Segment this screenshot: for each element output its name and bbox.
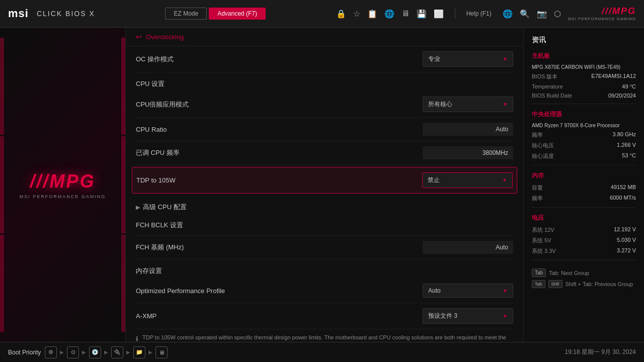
- advanced-cpu-header[interactable]: ▶ 高级 CPU 配置: [136, 196, 513, 215]
- fch-freq-value[interactable]: Auto: [423, 241, 513, 254]
- axmp-value: 预设文件 3: [428, 312, 457, 320]
- memory-settings-label: 内存设置: [136, 266, 162, 276]
- bios-version-label: BIOS 版本: [532, 73, 557, 80]
- axmp-label: A-XMP: [136, 312, 156, 320]
- fch-freq-row: FCH 基频 (MHz) Auto: [136, 236, 513, 259]
- mpg-brand: ///MPG MSI PERFORMANCE GAMING: [20, 171, 106, 199]
- oc-mode-label: OC 操作模式: [136, 55, 174, 64]
- sidebar-line-2: [0, 136, 4, 233]
- oc-mode-row: OC 操作模式 专业 ▼: [136, 46, 513, 72]
- help-button[interactable]: Help (F1): [466, 10, 492, 17]
- fch-bclk-label: FCH BCLK 设置: [136, 221, 183, 230]
- sidebar-right-line-3: [121, 235, 125, 332]
- v33-label: 系统 3.3V: [532, 247, 556, 255]
- motherboard-section-title: 主机板: [532, 52, 636, 60]
- advanced-mode-button[interactable]: Advanced (F7): [209, 8, 266, 20]
- adjusted-cpu-freq-row: 已调 CPU 频率 3800MHz: [136, 141, 513, 165]
- advanced-cpu-arrow-icon: ▶: [136, 204, 140, 211]
- voltage-section-title: 电压: [532, 214, 636, 222]
- sidebar-right-line-1: [121, 38, 125, 135]
- ez-mode-button[interactable]: EZ Mode: [165, 8, 207, 20]
- v5-row: 系统 5V 5.030 V: [532, 237, 636, 244]
- language-icon[interactable]: 🌐: [384, 9, 394, 19]
- temperature-value: 49 °C: [622, 83, 636, 89]
- v33-value: 3.272 V: [617, 247, 636, 255]
- header: msi CLICK BIOS X EZ Mode Advanced (F7) 🔒…: [0, 0, 644, 28]
- panel-divider-2: [532, 165, 636, 165]
- bios-build-value: 09/20/2024: [608, 93, 636, 99]
- boot-icon-1[interactable]: ⚙: [45, 346, 57, 358]
- boot-arrow-1: ▶: [60, 349, 64, 355]
- mpg-logo: ///MPG MSI PERFORMANCE GAMING: [568, 6, 636, 21]
- oc-mode-dropdown[interactable]: 专业 ▼: [423, 51, 513, 67]
- main-content: ↩ Overclocking OC 操作模式 专业 ▼ CPU 设置 CPU倍频…: [126, 28, 523, 342]
- cpu-section-title: 中央处理器: [532, 110, 636, 119]
- tdp-arrow-icon: ▼: [502, 177, 507, 183]
- panel-divider-1: [532, 104, 636, 104]
- search-icon[interactable]: 🔍: [520, 9, 530, 19]
- header-nav: EZ Mode Advanced (F7): [165, 8, 265, 20]
- breadcrumb: ↩ Overclocking: [126, 28, 523, 46]
- boot-icons: ⚙ ▶ ⊙ ▶ 💿 ▶ 🔌 ▶ 📁 ▶ 🖥: [45, 346, 168, 358]
- boot-icon-2[interactable]: ⊙: [67, 346, 79, 358]
- note-section: ℹ TDP to 105W control operated within sp…: [136, 329, 513, 342]
- power-icon[interactable]: ⬡: [554, 9, 561, 19]
- optimized-profile-label: Optimized Performance Profile: [136, 287, 225, 295]
- core-voltage-label: 核心电压: [532, 142, 554, 149]
- note-content: TDP to 105W control operated within spec…: [142, 333, 513, 342]
- click-bios-title: CLICK BIOS X: [37, 10, 95, 18]
- sidebar-line-1: [0, 38, 4, 135]
- chip-icon[interactable]: ⬜: [434, 9, 444, 19]
- favorite-icon[interactable]: ☆: [353, 9, 360, 19]
- storage-icon[interactable]: 💾: [417, 9, 427, 19]
- cpu-settings-header: CPU 设置: [136, 72, 513, 92]
- msi-logo: msi: [8, 7, 29, 20]
- motherboard-name-row: MPG X870E CARBON WIFI (MS-7E49): [532, 64, 636, 70]
- optimized-profile-arrow-icon: ▼: [503, 288, 508, 294]
- bios-build-row: BIOS Build Date 09/20/2024: [532, 93, 636, 99]
- cpu-freq-label: 频率: [532, 131, 543, 139]
- optimized-profile-value: Auto: [428, 287, 441, 294]
- display-icon[interactable]: 🖥: [401, 9, 410, 18]
- header-left: msi CLICK BIOS X: [8, 7, 95, 20]
- panel-title: 资讯: [532, 36, 636, 45]
- oc-mode-arrow-icon: ▼: [503, 56, 508, 62]
- cpu-freq-value: 3.80 GHz: [613, 131, 636, 139]
- boot-icon-6[interactable]: 🖥: [155, 346, 168, 358]
- advanced-cpu-label: 高级 CPU 配置: [143, 203, 187, 212]
- boot-arrow-5: ▶: [148, 349, 152, 355]
- capacity-row: 容量 49152 MB: [532, 184, 636, 192]
- axmp-dropdown[interactable]: 预设文件 3 ▼: [423, 308, 513, 324]
- adjusted-cpu-freq-label: 已调 CPU 频率: [136, 148, 180, 157]
- temperature-label: Temperature: [532, 83, 563, 89]
- panel-hints: Tab Tab: Next Group Tab Shft Shift + Tab…: [532, 268, 636, 288]
- footer-left: Boot Priority ⚙ ▶ ⊙ ▶ 💿 ▶ 🔌 ▶ 📁 ▶ 🖥: [8, 346, 168, 358]
- memory-section-title: 内存: [532, 171, 636, 180]
- cpu-ratio-mode-value: 所有核心: [428, 100, 452, 109]
- footer: Boot Priority ⚙ ▶ ⊙ ▶ 💿 ▶ 🔌 ▶ 📁 ▶ 🖥 19:1…: [0, 342, 644, 362]
- header-icons: 🔒 ☆ 📋 🌐 🖥 💾 ⬜ Help (F1) 🌐 🔍 📷 ⬡ ///MPG M…: [336, 6, 636, 21]
- header-divider: [455, 9, 455, 19]
- boot-icon-3[interactable]: 💿: [89, 346, 101, 358]
- oc-mode-value: 专业: [428, 55, 440, 63]
- tdp-value: 禁止: [428, 176, 440, 185]
- optimized-profile-dropdown[interactable]: Auto ▼: [423, 284, 513, 298]
- cpu-ratio-label: CPU Ratio: [136, 126, 167, 133]
- camera-icon[interactable]: 📷: [537, 9, 547, 19]
- v5-value: 5.030 V: [617, 237, 636, 244]
- globe-icon[interactable]: 🌐: [503, 9, 513, 19]
- boot-icon-4[interactable]: 🔌: [111, 346, 123, 358]
- cpu-ratio-mode-dropdown[interactable]: 所有核心 ▼: [423, 97, 513, 112]
- save-icon[interactable]: 📋: [367, 9, 377, 19]
- settings-list: OC 操作模式 专业 ▼ CPU 设置 CPU倍频应用模式 所有核心 ▼: [126, 46, 523, 342]
- tdp-dropdown[interactable]: 禁止 ▼: [422, 172, 513, 188]
- axmp-row: A-XMP 预设文件 3 ▼: [136, 303, 513, 329]
- lock-icon[interactable]: 🔒: [336, 9, 346, 19]
- breadcrumb-label[interactable]: Overclocking: [146, 33, 184, 41]
- mem-freq-label: 频率: [532, 195, 543, 202]
- shift-key: Shft: [548, 280, 562, 288]
- cpu-ratio-value[interactable]: Auto: [423, 123, 513, 136]
- v33-row: 系统 3.3V 3.272 V: [532, 247, 636, 255]
- boot-icon-5[interactable]: 📁: [133, 346, 145, 358]
- bios-version-value: E7E49AMSI.1A12: [591, 73, 636, 80]
